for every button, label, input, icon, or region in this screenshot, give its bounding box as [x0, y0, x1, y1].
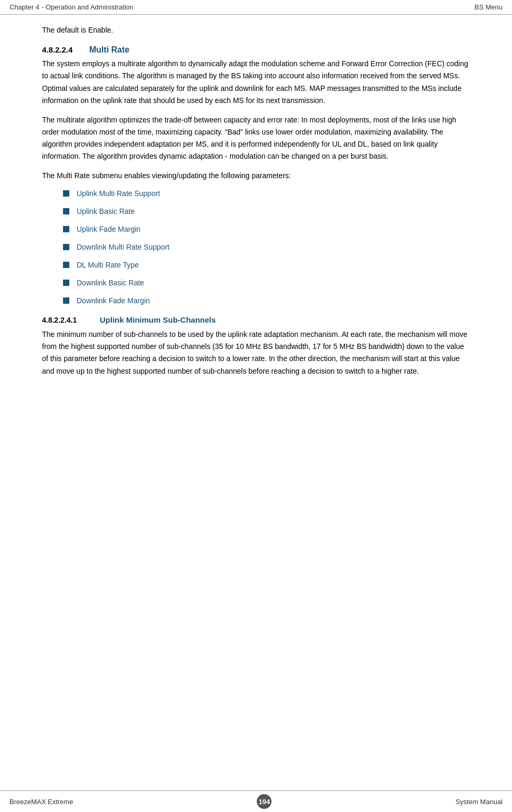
- bullet-label-4: Downlink Multi Rate Support: [77, 243, 170, 251]
- footer-bar: BreezeMAX Extreme 194 System Manual: [0, 790, 512, 812]
- section-482224-para2: The multirate algorithm optimizes the tr…: [42, 114, 470, 162]
- header-right: BS Menu: [475, 3, 503, 11]
- bullet-icon-1: [63, 190, 69, 197]
- list-item: Uplink Basic Rate: [63, 207, 470, 215]
- bullet-icon-6: [63, 280, 69, 286]
- bullet-label-2: Uplink Basic Rate: [77, 207, 135, 215]
- bullet-label-5: DL Multi Rate Type: [77, 261, 139, 269]
- section-4822241-heading: 4.8.2.2.4.1 Uplink Minimum Sub-Channels: [42, 315, 470, 324]
- content-area: The default is Enable. 4.8.2.2.4 Multi R…: [0, 15, 512, 416]
- header-bar: Chapter 4 - Operation and Administration…: [0, 0, 512, 15]
- bullet-label-7: Downlink Fade Margin: [77, 296, 150, 305]
- section-482224-heading: 4.8.2.2.4 Multi Rate: [42, 45, 470, 55]
- footer-page-number: 194: [257, 794, 271, 809]
- bullet-list: Uplink Multi Rate Support Uplink Basic R…: [63, 189, 470, 305]
- bullet-icon-2: [63, 208, 69, 214]
- section-482224-para1: The system employs a multirate algorithm…: [42, 58, 470, 106]
- bullet-icon-4: [63, 244, 69, 250]
- list-item: Uplink Multi Rate Support: [63, 189, 470, 198]
- bullet-label-1: Uplink Multi Rate Support: [77, 189, 160, 198]
- bullet-label-6: Downlink Basic Rate: [77, 279, 144, 287]
- list-item: Downlink Basic Rate: [63, 279, 470, 287]
- list-item: Downlink Multi Rate Support: [63, 243, 470, 251]
- footer-right: System Manual: [455, 798, 503, 806]
- section-482224-title: Multi Rate: [89, 45, 129, 55]
- section-4822241-title: Uplink Minimum Sub-Channels: [100, 315, 216, 324]
- list-item: Downlink Fade Margin: [63, 296, 470, 305]
- bullet-icon-5: [63, 262, 69, 268]
- bullet-icon-3: [63, 226, 69, 232]
- footer-left: BreezeMAX Extreme: [9, 798, 73, 806]
- list-item: Uplink Fade Margin: [63, 225, 470, 233]
- section-482224-num: 4.8.2.2.4: [42, 45, 89, 54]
- bullet-icon-7: [63, 297, 69, 304]
- section-4822241-num: 4.8.2.2.4.1: [42, 316, 100, 324]
- bullet-label-3: Uplink Fade Margin: [77, 225, 140, 233]
- section-4822241-para1: The minimum number of sub-channels to be…: [42, 328, 470, 377]
- header-left: Chapter 4 - Operation and Administration: [9, 3, 133, 11]
- section-482224-para3: The Multi Rate submenu enables viewing/u…: [42, 170, 470, 182]
- list-item: DL Multi Rate Type: [63, 261, 470, 269]
- intro-text: The default is Enable.: [42, 24, 470, 36]
